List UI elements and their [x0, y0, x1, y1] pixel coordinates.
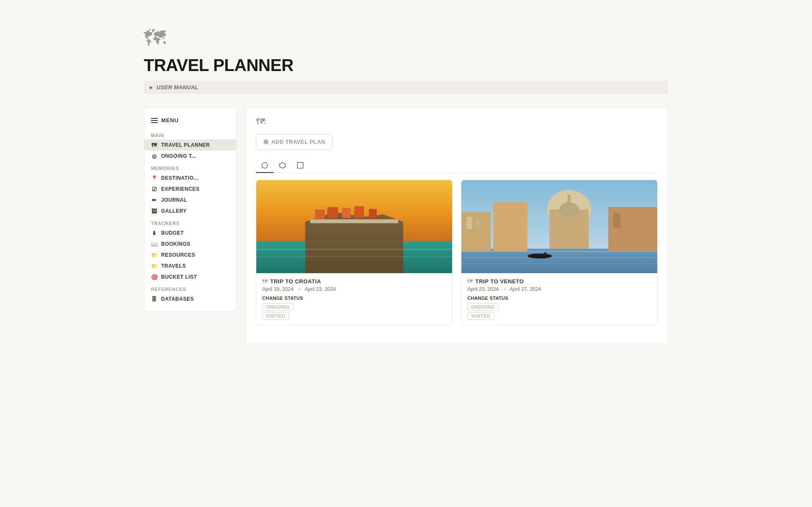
svg-point-0 [262, 162, 268, 168]
svg-rect-29 [461, 263, 657, 264]
veneto-date-start: April 23, 2024 [467, 286, 499, 292]
budget-icon: ⬇ [151, 230, 158, 236]
sidebar-item-label: BUDGET [161, 230, 184, 236]
sidebar-item-travel-planner[interactable]: 🗺 TRAVEL PLANNER [144, 140, 236, 151]
svg-rect-10 [354, 206, 364, 218]
veneto-title-row: 🗺 TRIP TO VENETO [467, 278, 651, 285]
svg-rect-16 [461, 212, 491, 251]
sidebar-item-databases[interactable]: 🗄 DATABASES [144, 293, 236, 304]
resources-icon: 📁 [151, 252, 158, 258]
hamburger-icon [151, 118, 158, 123]
sidebar-item-label: BOOKINGS [161, 241, 190, 247]
svg-rect-12 [256, 249, 452, 250]
sidebar-menu-header: MENU [144, 115, 236, 129]
square-view-icon [296, 162, 304, 169]
section-title-main: MAIN [144, 129, 236, 140]
croatia-date-start: April 18, 2024 [262, 286, 294, 292]
circle-view-icon [261, 162, 269, 169]
sidebar-item-ongoing[interactable]: ◎ ONGOING T... [144, 151, 236, 162]
croatia-card-title: TRIP TO CROATIA [270, 278, 321, 285]
croatia-card-image [256, 180, 452, 273]
sidebar-item-travels[interactable]: 📁 TRAVELS [144, 260, 236, 271]
veneto-status-ongoing[interactable]: ONGOING [467, 303, 499, 311]
croatia-status-visited[interactable]: VISITED [262, 312, 289, 320]
view-tabs [256, 158, 658, 173]
travels-icon: 📁 [151, 263, 158, 269]
veneto-date-end: April 27, 2024 [510, 286, 541, 292]
sidebar-item-label: BUCKET LIST [161, 274, 197, 280]
sidebar-item-destinations[interactable]: 📍 DESTINATIO... [144, 173, 236, 184]
veneto-card-body: 🗺 TRIP TO VENETO April 23, 2024 → April … [461, 273, 657, 325]
tab-circle-view[interactable] [256, 158, 274, 173]
svg-rect-8 [327, 207, 338, 218]
sidebar-item-experiences[interactable]: ☑ EXPERIENCES [144, 184, 236, 195]
sidebar-item-resources[interactable]: 📁 RESOURCES [144, 249, 236, 260]
page-container: 🗺 TRAVEL PLANNER ▶ USER MANUAL MENU MAIN… [110, 0, 702, 370]
sidebar-item-label: DESTINATIO... [161, 175, 198, 181]
main-panel: 🗺 ⊕ ADD TRAVEL PLAN [245, 107, 668, 344]
sidebar-item-label: EXPERIENCES [161, 186, 200, 192]
croatia-card-body: 🗺 TRIP TO CROATIA April 18, 2024 → April… [256, 273, 452, 325]
sidebar: MENU MAIN 🗺 TRAVEL PLANNER ◎ ONGOING T..… [144, 107, 237, 312]
croatia-status-ongoing[interactable]: ONGOING [262, 303, 294, 311]
sidebar-item-journal[interactable]: ✏ JOURNAL [144, 195, 236, 206]
svg-rect-6 [310, 219, 398, 223]
svg-point-30 [527, 254, 552, 259]
svg-rect-18 [476, 219, 481, 229]
svg-rect-17 [466, 217, 472, 229]
databases-icon: 🗄 [151, 296, 158, 302]
sidebar-item-budget[interactable]: ⬇ BUDGET [144, 227, 236, 238]
experiences-icon: ☑ [151, 186, 158, 192]
user-manual-arrow-icon: ▶ [150, 85, 153, 90]
veneto-status-visited[interactable]: VISITED [467, 312, 494, 320]
svg-rect-19 [493, 202, 527, 251]
sidebar-item-bookings[interactable]: 📖 BOOKINGS [144, 238, 236, 249]
veneto-status-badges: ONGOING VISITED [467, 303, 651, 320]
cards-grid: 🗺 TRIP TO CROATIA April 18, 2024 → April… [256, 180, 658, 325]
travel-planner-icon: 🗺 [151, 142, 158, 148]
veneto-card-title: TRIP TO VENETO [475, 278, 524, 285]
svg-rect-28 [461, 257, 657, 258]
page-title: TRAVEL PLANNER [144, 56, 668, 75]
date-arrow-icon: → [296, 286, 302, 292]
tab-hexagon-view[interactable] [274, 158, 291, 173]
svg-marker-1 [280, 162, 285, 168]
veneto-card-dates: April 23, 2024 → April 27, 2024 [467, 286, 651, 292]
sidebar-item-label: ONGOING T... [161, 153, 196, 159]
svg-rect-2 [297, 162, 303, 168]
tab-square-view[interactable] [291, 158, 309, 173]
page-icon: 🗺 [144, 25, 668, 51]
menu-label: MENU [161, 117, 178, 123]
sidebar-item-label: TRAVELS [161, 263, 186, 269]
section-title-trackers: TRACKERS [144, 217, 236, 227]
destinations-icon: 📍 [151, 175, 158, 181]
sidebar-item-bucket-list[interactable]: 🎯 BUCKET LIST [144, 271, 236, 282]
svg-rect-9 [342, 208, 351, 218]
svg-rect-31 [545, 252, 546, 258]
plus-icon: ⊕ [263, 138, 269, 146]
section-title-memories: MEMORIES [144, 162, 236, 173]
sidebar-item-label: DATABASES [161, 296, 194, 302]
travel-card-veneto[interactable]: 🗺 TRIP TO VENETO April 23, 2024 → April … [461, 180, 658, 325]
svg-rect-23 [568, 195, 571, 205]
veneto-change-status-label: CHANGE STATUS [467, 296, 651, 301]
veneto-card-image [461, 180, 657, 273]
croatia-status-badges: ONGOING VISITED [262, 303, 446, 320]
veneto-card-icon: 🗺 [467, 278, 473, 285]
svg-rect-13 [256, 256, 452, 257]
croatia-card-icon: 🗺 [262, 278, 268, 285]
croatia-change-status-label: CHANGE STATUS [262, 296, 446, 301]
svg-rect-15 [461, 249, 657, 273]
user-manual-bar[interactable]: ▶ USER MANUAL [144, 81, 668, 94]
svg-rect-25 [613, 213, 620, 228]
sidebar-item-label: RESOURCES [161, 252, 195, 258]
sidebar-item-gallery[interactable]: 🖼 GALLERY [144, 206, 236, 217]
svg-rect-27 [461, 251, 657, 252]
content-area: MENU MAIN 🗺 TRAVEL PLANNER ◎ ONGOING T..… [144, 107, 668, 344]
travel-card-croatia[interactable]: 🗺 TRIP TO CROATIA April 18, 2024 → April… [256, 180, 453, 325]
user-manual-label: USER MANUAL [156, 84, 198, 90]
add-travel-plan-button[interactable]: ⊕ ADD TRAVEL PLAN [256, 134, 332, 150]
sidebar-item-label: GALLERY [161, 208, 187, 214]
panel-map-icon: 🗺 [256, 116, 658, 127]
croatia-title-row: 🗺 TRIP TO CROATIA [262, 278, 446, 285]
